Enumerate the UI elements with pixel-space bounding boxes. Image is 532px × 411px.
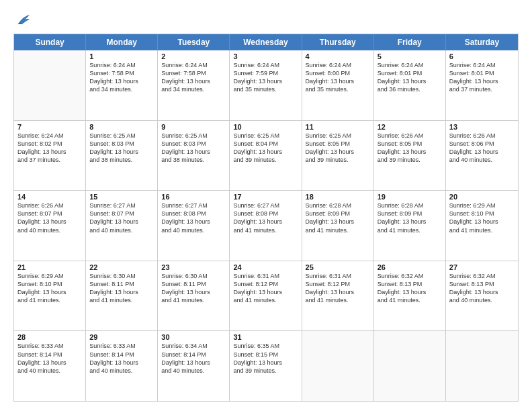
calendar-cell: 27Sunrise: 6:32 AMSunset: 8:13 PMDayligh… — [446, 261, 518, 331]
day-number: 5 — [378, 52, 442, 60]
day-number: 28 — [17, 333, 82, 341]
daylight-line2: and 41 minutes. — [233, 296, 298, 304]
sunset-text: Sunset: 7:59 PM — [233, 69, 298, 77]
sunrise-text: Sunrise: 6:24 AM — [89, 61, 154, 69]
daylight-line1: Daylight: 13 hours — [161, 359, 226, 367]
day-number: 12 — [378, 123, 442, 131]
weekday-header-wednesday: Wednesday — [230, 34, 302, 50]
day-number: 11 — [306, 123, 370, 131]
calendar-cell: 21Sunrise: 6:29 AMSunset: 8:10 PMDayligh… — [14, 261, 86, 331]
sunrise-text: Sunrise: 6:24 AM — [306, 61, 370, 69]
daylight-line2: and 37 minutes. — [17, 156, 82, 164]
day-number: 20 — [449, 193, 515, 201]
daylight-line2: and 41 minutes. — [378, 296, 442, 304]
calendar-cell: 31Sunrise: 6:35 AMSunset: 8:15 PMDayligh… — [230, 331, 302, 401]
daylight-line2: and 40 minutes. — [449, 156, 515, 164]
daylight-line2: and 41 minutes. — [89, 296, 154, 304]
weekday-header-monday: Monday — [86, 34, 158, 50]
sunset-text: Sunset: 8:15 PM — [233, 351, 298, 359]
day-number: 26 — [378, 263, 442, 271]
sunrise-text: Sunrise: 6:29 AM — [449, 201, 515, 210]
day-number: 3 — [233, 52, 298, 60]
daylight-line1: Daylight: 13 hours — [161, 288, 226, 296]
calendar-cell: 17Sunrise: 6:27 AMSunset: 8:08 PMDayligh… — [230, 191, 302, 261]
day-number: 9 — [161, 123, 226, 131]
daylight-line1: Daylight: 13 hours — [233, 359, 298, 367]
sunset-text: Sunset: 8:01 PM — [449, 69, 515, 77]
sunrise-text: Sunrise: 6:31 AM — [233, 272, 298, 280]
daylight-line2: and 35 minutes. — [233, 85, 298, 93]
sunset-text: Sunset: 8:13 PM — [378, 280, 442, 288]
daylight-line2: and 40 minutes. — [89, 367, 154, 375]
calendar-cell — [446, 331, 518, 401]
day-number: 10 — [233, 123, 298, 131]
sunset-text: Sunset: 8:14 PM — [161, 351, 226, 359]
calendar-cell: 10Sunrise: 6:25 AMSunset: 8:04 PMDayligh… — [230, 121, 302, 191]
calendar-row-3: 14Sunrise: 6:26 AMSunset: 8:07 PMDayligh… — [14, 190, 518, 261]
sunset-text: Sunset: 8:14 PM — [17, 351, 82, 359]
day-number: 25 — [306, 263, 370, 271]
weekday-header-tuesday: Tuesday — [158, 34, 230, 50]
calendar-cell: 6Sunrise: 6:24 AMSunset: 8:01 PMDaylight… — [446, 50, 518, 120]
sunset-text: Sunset: 8:01 PM — [378, 69, 442, 77]
day-number: 27 — [449, 263, 515, 271]
daylight-line1: Daylight: 13 hours — [378, 77, 442, 85]
calendar-cell: 15Sunrise: 6:27 AMSunset: 8:07 PMDayligh… — [86, 191, 158, 261]
sunrise-text: Sunrise: 6:26 AM — [449, 132, 515, 140]
calendar-cell: 1Sunrise: 6:24 AMSunset: 7:58 PMDaylight… — [86, 50, 158, 120]
daylight-line1: Daylight: 13 hours — [89, 359, 154, 367]
day-number: 23 — [161, 263, 226, 271]
daylight-line2: and 35 minutes. — [306, 85, 370, 93]
sunset-text: Sunset: 8:12 PM — [306, 280, 370, 288]
day-number: 13 — [449, 123, 515, 131]
daylight-line1: Daylight: 13 hours — [378, 218, 442, 226]
daylight-line1: Daylight: 13 hours — [89, 148, 154, 156]
daylight-line2: and 40 minutes. — [449, 296, 515, 304]
calendar-row-4: 21Sunrise: 6:29 AMSunset: 8:10 PMDayligh… — [14, 261, 518, 331]
calendar-cell: 25Sunrise: 6:31 AMSunset: 8:12 PMDayligh… — [302, 261, 374, 331]
calendar-cell: 30Sunrise: 6:34 AMSunset: 8:14 PMDayligh… — [158, 331, 230, 401]
daylight-line1: Daylight: 13 hours — [233, 218, 298, 226]
daylight-line1: Daylight: 13 hours — [378, 288, 442, 296]
calendar-cell — [14, 50, 86, 120]
calendar-cell: 5Sunrise: 6:24 AMSunset: 8:01 PMDaylight… — [374, 50, 446, 120]
calendar-row-2: 7Sunrise: 6:24 AMSunset: 8:02 PMDaylight… — [14, 120, 518, 191]
calendar-cell: 7Sunrise: 6:24 AMSunset: 8:02 PMDaylight… — [14, 121, 86, 191]
sunrise-text: Sunrise: 6:32 AM — [449, 272, 515, 280]
daylight-line1: Daylight: 13 hours — [378, 148, 442, 156]
sunrise-text: Sunrise: 6:25 AM — [89, 132, 154, 140]
daylight-line1: Daylight: 13 hours — [306, 148, 370, 156]
day-number: 8 — [89, 123, 154, 131]
sunset-text: Sunset: 8:09 PM — [306, 210, 370, 218]
sunrise-text: Sunrise: 6:24 AM — [17, 132, 82, 140]
sunrise-text: Sunrise: 6:24 AM — [378, 61, 442, 69]
daylight-line1: Daylight: 13 hours — [89, 218, 154, 226]
day-number: 29 — [89, 333, 154, 341]
daylight-line2: and 40 minutes. — [161, 367, 226, 375]
sunrise-text: Sunrise: 6:33 AM — [17, 342, 82, 350]
daylight-line1: Daylight: 13 hours — [161, 218, 226, 226]
calendar-cell: 13Sunrise: 6:26 AMSunset: 8:06 PMDayligh… — [446, 121, 518, 191]
logo — [13, 12, 35, 27]
daylight-line1: Daylight: 13 hours — [17, 148, 82, 156]
calendar-cell: 23Sunrise: 6:30 AMSunset: 8:11 PMDayligh… — [158, 261, 230, 331]
daylight-line2: and 39 minutes. — [378, 156, 442, 164]
daylight-line2: and 38 minutes. — [89, 156, 154, 164]
sunrise-text: Sunrise: 6:27 AM — [161, 201, 226, 210]
daylight-line1: Daylight: 13 hours — [17, 218, 82, 226]
daylight-line2: and 41 minutes. — [378, 226, 442, 234]
day-number: 17 — [233, 193, 298, 201]
sunrise-text: Sunrise: 6:33 AM — [89, 342, 154, 350]
calendar-cell: 2Sunrise: 6:24 AMSunset: 7:58 PMDaylight… — [158, 50, 230, 120]
day-number: 7 — [17, 123, 82, 131]
day-number: 14 — [17, 193, 82, 201]
sunrise-text: Sunrise: 6:24 AM — [233, 61, 298, 69]
calendar: SundayMondayTuesdayWednesdayThursdayFrid… — [13, 34, 519, 402]
daylight-line2: and 37 minutes. — [449, 85, 515, 93]
sunset-text: Sunset: 8:07 PM — [89, 210, 154, 218]
daylight-line1: Daylight: 13 hours — [449, 148, 515, 156]
sunrise-text: Sunrise: 6:25 AM — [233, 132, 298, 140]
calendar-row-5: 28Sunrise: 6:33 AMSunset: 8:14 PMDayligh… — [14, 330, 518, 401]
sunset-text: Sunset: 8:05 PM — [378, 140, 442, 148]
daylight-line2: and 39 minutes. — [233, 156, 298, 164]
